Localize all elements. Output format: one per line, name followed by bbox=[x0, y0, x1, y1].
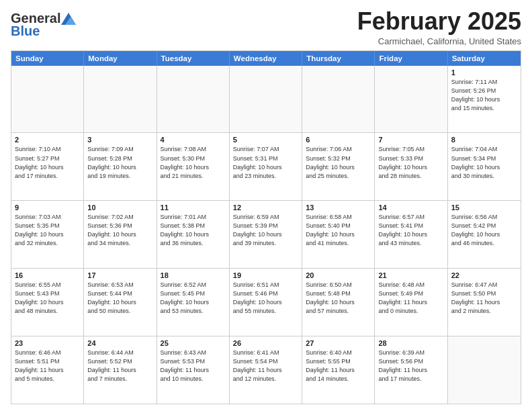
day-number: 12 bbox=[233, 203, 298, 212]
day-detail: Sunrise: 6:43 AM Sunset: 5:53 PM Dayligh… bbox=[161, 349, 226, 383]
day-number: 21 bbox=[378, 271, 443, 279]
day-detail: Sunrise: 7:03 AM Sunset: 5:35 PM Dayligh… bbox=[15, 213, 80, 248]
calendar-cell: 26Sunrise: 6:41 AM Sunset: 5:54 PM Dayli… bbox=[230, 336, 302, 404]
calendar-cell: 21Sunrise: 6:48 AM Sunset: 5:49 PM Dayli… bbox=[375, 269, 447, 336]
day-detail: Sunrise: 7:06 AM Sunset: 5:32 PM Dayligh… bbox=[306, 145, 371, 180]
day-detail: Sunrise: 6:39 AM Sunset: 5:56 PM Dayligh… bbox=[378, 349, 443, 383]
day-number: 16 bbox=[15, 271, 80, 279]
calendar: SundayMondayTuesdayWednesdayThursdayFrid… bbox=[11, 50, 521, 404]
header: General Blue February 2025 Carmichael, C… bbox=[11, 8, 521, 46]
calendar-body: 1Sunrise: 7:11 AM Sunset: 5:26 PM Daylig… bbox=[11, 66, 521, 404]
day-number: 24 bbox=[87, 339, 152, 347]
day-number: 25 bbox=[161, 339, 226, 347]
calendar-cell: 22Sunrise: 6:47 AM Sunset: 5:50 PM Dayli… bbox=[448, 269, 521, 336]
day-detail: Sunrise: 7:10 AM Sunset: 5:27 PM Dayligh… bbox=[15, 145, 80, 180]
calendar-cell: 12Sunrise: 6:59 AM Sunset: 5:39 PM Dayli… bbox=[230, 201, 302, 268]
calendar-row-0: 1Sunrise: 7:11 AM Sunset: 5:26 PM Daylig… bbox=[11, 66, 521, 133]
day-detail: Sunrise: 6:53 AM Sunset: 5:44 PM Dayligh… bbox=[87, 281, 152, 316]
day-number: 3 bbox=[87, 136, 152, 144]
calendar-cell: 8Sunrise: 7:04 AM Sunset: 5:34 PM Daylig… bbox=[448, 133, 521, 200]
header-day-tuesday: Tuesday bbox=[157, 51, 230, 66]
calendar-cell: 16Sunrise: 6:55 AM Sunset: 5:43 PM Dayli… bbox=[11, 269, 84, 336]
day-number: 2 bbox=[15, 136, 80, 144]
day-detail: Sunrise: 6:55 AM Sunset: 5:43 PM Dayligh… bbox=[15, 281, 80, 316]
day-detail: Sunrise: 6:58 AM Sunset: 5:40 PM Dayligh… bbox=[306, 213, 371, 248]
day-detail: Sunrise: 6:44 AM Sunset: 5:52 PM Dayligh… bbox=[87, 349, 152, 383]
day-number: 20 bbox=[306, 271, 371, 279]
header-day-sunday: Sunday bbox=[11, 51, 84, 66]
day-number: 5 bbox=[233, 136, 298, 144]
title-block: February 2025 Carmichael, California, Un… bbox=[357, 8, 521, 46]
day-detail: Sunrise: 7:02 AM Sunset: 5:36 PM Dayligh… bbox=[87, 213, 152, 248]
day-number: 23 bbox=[15, 339, 80, 347]
day-number: 19 bbox=[233, 271, 298, 279]
header-day-monday: Monday bbox=[84, 51, 157, 66]
calendar-cell: 27Sunrise: 6:40 AM Sunset: 5:55 PM Dayli… bbox=[302, 336, 375, 404]
day-detail: Sunrise: 6:40 AM Sunset: 5:55 PM Dayligh… bbox=[306, 349, 371, 383]
month-title: February 2025 bbox=[357, 8, 521, 35]
page: General Blue February 2025 Carmichael, C… bbox=[0, 0, 532, 411]
day-number: 7 bbox=[378, 136, 443, 144]
day-number: 27 bbox=[306, 339, 371, 347]
calendar-cell: 4Sunrise: 7:08 AM Sunset: 5:30 PM Daylig… bbox=[157, 133, 230, 200]
logo-blue-text: Blue bbox=[11, 24, 40, 39]
header-day-thursday: Thursday bbox=[302, 51, 375, 66]
calendar-cell: 23Sunrise: 6:46 AM Sunset: 5:51 PM Dayli… bbox=[11, 336, 84, 404]
day-number: 28 bbox=[378, 339, 443, 347]
day-detail: Sunrise: 6:48 AM Sunset: 5:49 PM Dayligh… bbox=[378, 281, 443, 316]
day-detail: Sunrise: 7:11 AM Sunset: 5:26 PM Dayligh… bbox=[451, 78, 517, 113]
day-number: 4 bbox=[161, 136, 226, 144]
header-day-friday: Friday bbox=[375, 51, 447, 66]
day-detail: Sunrise: 6:41 AM Sunset: 5:54 PM Dayligh… bbox=[233, 349, 298, 383]
day-detail: Sunrise: 6:59 AM Sunset: 5:39 PM Dayligh… bbox=[233, 213, 298, 248]
day-detail: Sunrise: 6:52 AM Sunset: 5:45 PM Dayligh… bbox=[161, 281, 226, 316]
calendar-cell bbox=[84, 66, 157, 133]
logo: General Blue bbox=[11, 11, 75, 39]
location: Carmichael, California, United States bbox=[357, 36, 521, 46]
calendar-cell: 1Sunrise: 7:11 AM Sunset: 5:26 PM Daylig… bbox=[448, 66, 521, 133]
calendar-cell: 13Sunrise: 6:58 AM Sunset: 5:40 PM Dayli… bbox=[302, 201, 375, 268]
calendar-cell: 11Sunrise: 7:01 AM Sunset: 5:38 PM Dayli… bbox=[157, 201, 230, 268]
day-detail: Sunrise: 7:07 AM Sunset: 5:31 PM Dayligh… bbox=[233, 145, 298, 180]
calendar-cell: 15Sunrise: 6:56 AM Sunset: 5:42 PM Dayli… bbox=[448, 201, 521, 268]
day-number: 13 bbox=[306, 203, 371, 212]
day-number: 6 bbox=[306, 136, 371, 144]
calendar-cell: 9Sunrise: 7:03 AM Sunset: 5:35 PM Daylig… bbox=[11, 201, 84, 268]
calendar-cell: 10Sunrise: 7:02 AM Sunset: 5:36 PM Dayli… bbox=[84, 201, 157, 268]
calendar-cell: 2Sunrise: 7:10 AM Sunset: 5:27 PM Daylig… bbox=[11, 133, 84, 200]
day-number: 14 bbox=[378, 203, 443, 212]
calendar-cell bbox=[448, 336, 521, 404]
calendar-row-4: 23Sunrise: 6:46 AM Sunset: 5:51 PM Dayli… bbox=[11, 336, 521, 404]
calendar-cell bbox=[375, 66, 447, 133]
calendar-cell: 28Sunrise: 6:39 AM Sunset: 5:56 PM Dayli… bbox=[375, 336, 447, 404]
day-detail: Sunrise: 7:01 AM Sunset: 5:38 PM Dayligh… bbox=[161, 213, 226, 248]
calendar-cell: 7Sunrise: 7:05 AM Sunset: 5:33 PM Daylig… bbox=[375, 133, 447, 200]
calendar-cell bbox=[11, 66, 84, 133]
day-number: 11 bbox=[161, 203, 226, 212]
day-detail: Sunrise: 6:57 AM Sunset: 5:41 PM Dayligh… bbox=[378, 213, 443, 248]
day-number: 15 bbox=[451, 203, 517, 212]
calendar-row-1: 2Sunrise: 7:10 AM Sunset: 5:27 PM Daylig… bbox=[11, 132, 521, 200]
day-number: 17 bbox=[87, 271, 152, 279]
day-number: 10 bbox=[87, 203, 152, 212]
day-detail: Sunrise: 7:04 AM Sunset: 5:34 PM Dayligh… bbox=[451, 145, 517, 180]
calendar-row-2: 9Sunrise: 7:03 AM Sunset: 5:35 PM Daylig… bbox=[11, 200, 521, 268]
calendar-cell: 14Sunrise: 6:57 AM Sunset: 5:41 PM Dayli… bbox=[375, 201, 447, 268]
calendar-cell: 19Sunrise: 6:51 AM Sunset: 5:46 PM Dayli… bbox=[230, 269, 302, 336]
day-number: 9 bbox=[15, 203, 80, 212]
calendar-cell: 24Sunrise: 6:44 AM Sunset: 5:52 PM Dayli… bbox=[84, 336, 157, 404]
day-number: 1 bbox=[451, 68, 517, 77]
day-number: 8 bbox=[451, 136, 517, 144]
calendar-cell: 3Sunrise: 7:09 AM Sunset: 5:28 PM Daylig… bbox=[84, 133, 157, 200]
day-detail: Sunrise: 6:56 AM Sunset: 5:42 PM Dayligh… bbox=[451, 213, 517, 248]
calendar-cell: 17Sunrise: 6:53 AM Sunset: 5:44 PM Dayli… bbox=[84, 269, 157, 336]
day-detail: Sunrise: 7:05 AM Sunset: 5:33 PM Dayligh… bbox=[378, 145, 443, 180]
day-number: 22 bbox=[451, 271, 517, 279]
calendar-cell bbox=[302, 66, 375, 133]
calendar-cell: 6Sunrise: 7:06 AM Sunset: 5:32 PM Daylig… bbox=[302, 133, 375, 200]
day-detail: Sunrise: 7:09 AM Sunset: 5:28 PM Dayligh… bbox=[87, 145, 152, 180]
day-number: 26 bbox=[233, 339, 298, 347]
day-detail: Sunrise: 6:50 AM Sunset: 5:48 PM Dayligh… bbox=[306, 281, 371, 316]
calendar-cell: 25Sunrise: 6:43 AM Sunset: 5:53 PM Dayli… bbox=[157, 336, 230, 404]
day-detail: Sunrise: 6:47 AM Sunset: 5:50 PM Dayligh… bbox=[451, 281, 517, 316]
